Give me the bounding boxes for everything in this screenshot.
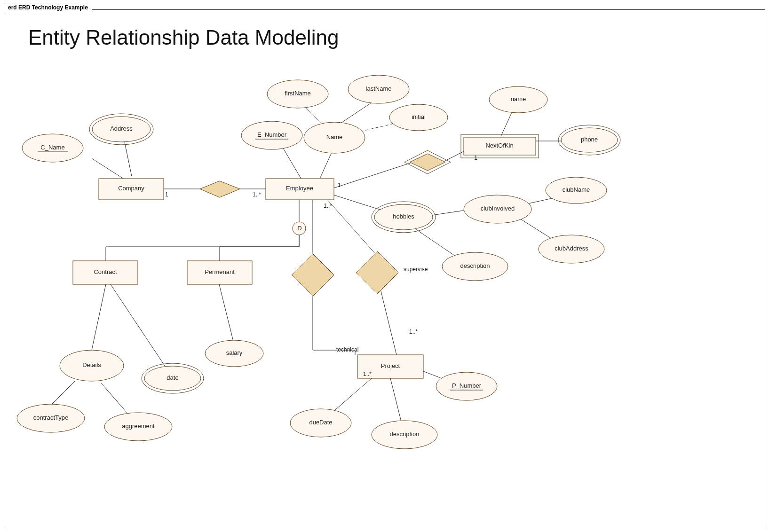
attr-hobby-description-label: description (460, 262, 490, 269)
diagram-canvas: erd ERD Technology Example Entity Relati… (0, 0, 769, 532)
card-emp-from-company: 1..* (253, 191, 261, 198)
conn-contract-details (92, 284, 106, 350)
entity-employee-label: Employee (286, 185, 313, 192)
rel-technical-label: technical (336, 346, 358, 353)
entity-nextofkin-label: NextOfKin (485, 142, 513, 149)
entity-contract-label: Contract (94, 268, 117, 275)
card-nok: 1 (474, 155, 477, 161)
attr-project-description-label: description (390, 430, 420, 438)
conn-d-permenant (220, 235, 299, 261)
attr-aggreement-label: aggreement (122, 422, 155, 430)
attr-initial-label: initial (412, 113, 426, 120)
attr-firstname-label: firstName (285, 90, 311, 97)
rel-supervise-label: supervise (404, 266, 428, 273)
conn-perm-salary (219, 284, 234, 343)
attr-pnumber-label: P_Number (452, 382, 482, 389)
attr-enumber-label: E_Number (257, 131, 287, 138)
attr-contracttype-label: contractType (33, 414, 68, 421)
card-company: 1 (165, 191, 168, 198)
disjoint-label: D (297, 225, 301, 232)
attr-nok-phone-label: phone (581, 136, 598, 143)
rel-emp-nok (410, 154, 445, 171)
attr-duedate-label: dueDate (309, 419, 332, 426)
attr-date-label: date (166, 374, 178, 381)
conn-emp-suprel (327, 200, 375, 254)
card-emp-to-nok: 1 (338, 182, 341, 188)
conn-name-emp (320, 149, 333, 179)
conn-proj-desc (390, 378, 402, 425)
card-emp-to-projects: 1..* (324, 203, 332, 209)
rel-company-employee (200, 181, 240, 197)
conn-emp-hobbies (334, 195, 386, 211)
conn-nok-name (501, 110, 513, 136)
card-project-supervise: 1..* (409, 329, 418, 335)
conn-d-contract (106, 235, 299, 261)
card-project-technical: 1..* (363, 371, 372, 377)
entity-project-label: Project (381, 362, 400, 369)
conn-details-type (52, 381, 75, 404)
attr-clubaddress-label: clubAddress (555, 245, 588, 252)
attr-clubname-label: clubName (563, 186, 590, 193)
rel-supervise (356, 251, 398, 294)
attr-clubinvolved-label: clubInvolved (481, 205, 515, 212)
conn-emp-identrel (334, 163, 412, 188)
conn-cname-company (92, 158, 127, 181)
entity-company-label: Company (118, 185, 144, 192)
conn-last-name (339, 101, 374, 125)
attr-hobbies-label: hobbies (393, 213, 414, 220)
attr-cname-label: C_Name (40, 144, 64, 151)
rel-technical (292, 254, 334, 296)
entity-permenant-label: Permenant (205, 268, 235, 275)
attr-nok-name-label: name (511, 95, 526, 102)
attr-lastname-label: lastName (366, 85, 392, 92)
erd-svg: Company C_Name Address Employee E_Number… (0, 0, 769, 532)
attr-salary-label: salary (226, 349, 243, 356)
conn-suprel-project (381, 291, 396, 355)
conn-address-company (125, 142, 132, 176)
attr-address-label: Address (110, 125, 133, 132)
attr-name-label: Name (326, 133, 343, 141)
conn-details-aggr (101, 383, 132, 418)
conn-identrel-nok (444, 150, 466, 161)
attr-details-label: Details (82, 361, 101, 368)
